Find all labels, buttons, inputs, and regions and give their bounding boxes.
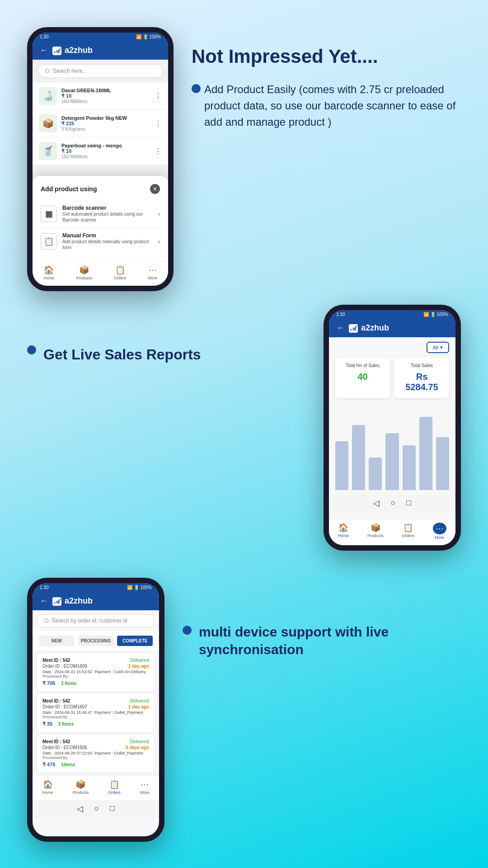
section-sales-reports: Get Live Sales Reports 1:30 📶 🔋 100% ← 𝒜… <box>0 309 488 569</box>
bullet-dot-2 <box>27 345 36 354</box>
nav-products-1[interactable]: 📦 Products <box>76 265 92 280</box>
app-header-2: ← 𝒜 a2zhub <box>329 319 455 337</box>
phone-mockup-2: 1:30 📶 🔋 100% ← 𝒜 a2zhub All ▾ <box>324 305 461 551</box>
search-bar-3[interactable]: Search by order id, customer id <box>37 614 155 627</box>
modal-header: Add product using ✕ <box>41 184 160 194</box>
main-headline: Not Impressed Yet.... <box>192 45 461 68</box>
nav-home-2[interactable]: 🏠 Home <box>338 523 349 540</box>
logo-icon-2: 𝒜 <box>349 324 358 333</box>
stat-value-amount: Rs 5284.75 <box>400 372 444 392</box>
app-logo-3: 𝒜 a2zhub <box>52 596 93 606</box>
order-row1-2: Meet ID : 542 Delivered <box>42 739 149 744</box>
products-icon-2: 📦 <box>371 523 380 533</box>
phone-navbar-3: ◁ ○ □ <box>33 800 159 817</box>
chart-bar-2 <box>352 425 365 490</box>
feature-text-1: Add Product Easily (comes with 2.75 cr p… <box>204 81 461 130</box>
nav-recents-btn-2: □ <box>406 498 411 508</box>
nav-home-1[interactable]: 🏠 Home <box>43 265 54 280</box>
stat-value-count: 40 <box>341 372 385 382</box>
filter-bar: All ▾ <box>329 337 455 358</box>
chart-bar-3 <box>369 458 382 490</box>
barcode-icon: ▦ <box>41 206 57 222</box>
tab-processing[interactable]: PROCESSING <box>78 636 114 646</box>
nav-more-1[interactable]: ⋯ More <box>148 265 157 280</box>
chevron-right-icon-0: › <box>158 210 160 217</box>
add-product-modal: Add product using ✕ ▦ Barcode scanner Ge… <box>33 176 168 263</box>
section-add-product: 1:30 📶 🔋 100% ← 𝒜 a2zhub Search here... <box>0 0 488 309</box>
phone-mockup-1: 1:30 📶 🔋 100% ← 𝒜 a2zhub Search here... <box>27 27 174 291</box>
bottom-nav-1: 🏠 Home 📦 Products 📋 Orders ⋯ More <box>33 261 168 286</box>
tab-complete[interactable]: COMPLETE <box>117 636 153 646</box>
modal-item-manual[interactable]: 📋 Manual Form Add product details manual… <box>41 228 160 255</box>
app-logo-1: 𝒜 a2zhub <box>52 46 93 55</box>
product-item-1[interactable]: 📦 Detergent Powder 5kg NEW ₹ 225 5 Kilog… <box>33 110 168 137</box>
order-row2-2: Order ID : ECOM1606 5 days ago <box>42 745 149 750</box>
bottom-nav-3: 🏠 Home 📦 Products 📋 Orders ⋯ More <box>33 775 159 800</box>
phone-screen-1: 1:30 📶 🔋 100% ← 𝒜 a2zhub Search here... <box>33 33 168 286</box>
chart-bar-1 <box>335 441 348 490</box>
nav-products-3[interactable]: 📦 Products <box>73 779 89 795</box>
nav-products-2[interactable]: 📦 Products <box>367 523 384 540</box>
right-content-top: Not Impressed Yet.... Add Product Easily… <box>192 27 461 130</box>
status-bar-2: 1:30 📶 🔋 100% <box>329 310 455 319</box>
dots-icon-0[interactable]: ⋮ <box>155 92 162 100</box>
status-bar-3: 1:30 📶 🔋 100% <box>33 583 159 592</box>
order-row1-1: Meet ID : 542 Delivered <box>42 698 149 703</box>
orders-icon-2: 📋 <box>403 523 413 533</box>
product-item-2[interactable]: 🥤 Paperboat swing - mengo ₹ 10 150 Milli… <box>33 137 168 165</box>
chevron-down-icon: ▾ <box>440 344 443 350</box>
section-orders: 1:30 📶 🔋 100% ← 𝒜 a2zhub Search by order… <box>0 569 488 868</box>
product-info-1: Detergent Powder 5kg NEW ₹ 225 5 Kilogra… <box>61 115 155 132</box>
right-content-bottom: multi device support with live synchroni… <box>183 578 461 658</box>
home-icon-2: 🏠 <box>338 523 348 533</box>
form-icon: 📋 <box>41 233 57 250</box>
back-arrow-icon-3[interactable]: ← <box>40 596 48 606</box>
order-card-2[interactable]: Meet ID : 542 Delivered Order ID : ECOM1… <box>37 735 155 773</box>
order-row2-1: Order ID : ECOM1607 1 day ago <box>42 704 149 709</box>
search-icon-3 <box>44 618 49 623</box>
modal-item-barcode[interactable]: ▦ Barcode scanner Get automated product … <box>41 200 160 228</box>
app-header-1: ← 𝒜 a2zhub <box>33 41 168 60</box>
dots-icon-1[interactable]: ⋮ <box>155 119 162 128</box>
stats-row: Total No of Sales 40 Total Sales Rs 5284… <box>329 358 455 404</box>
bottom-nav-2: 🏠 Home 📦 Products 📋 Orders ⋯ More <box>329 519 455 545</box>
svg-point-2 <box>45 619 48 623</box>
nav-more-3[interactable]: ⋯ More <box>140 779 150 795</box>
filter-all-button[interactable]: All ▾ <box>427 342 449 353</box>
orders-icon-3: 📋 <box>109 779 119 789</box>
orders-icon: 📋 <box>115 265 125 275</box>
back-arrow-icon-2[interactable]: ← <box>336 323 344 333</box>
search-bar-1[interactable]: Search here... <box>38 64 163 78</box>
modal-item-text-barcode: Barcode scanner Get automated product de… <box>62 205 158 223</box>
product-info-0: Davat GREEN-160ML ₹ 10 160 Millilitres <box>61 88 155 104</box>
bullet-dot-3 <box>183 626 192 635</box>
svg-line-3 <box>47 622 48 623</box>
dots-icon-2[interactable]: ⋮ <box>155 147 162 156</box>
order-card-1[interactable]: Meet ID : 542 Delivered Order ID : ECOM1… <box>37 694 155 732</box>
nav-home-3[interactable]: 🏠 Home <box>42 779 53 795</box>
svg-point-0 <box>46 69 49 73</box>
chart-bar-4 <box>385 433 399 490</box>
tab-new[interactable]: NEW <box>39 636 75 646</box>
order-card-0[interactable]: Meet ID : 542 Delivered Order ID : ECOM1… <box>37 653 155 691</box>
order-row1-0: Meet ID : 542 Delivered <box>42 658 149 663</box>
nav-orders-3[interactable]: 📋 Orders <box>108 779 121 795</box>
chart-bar-7 <box>436 437 449 490</box>
back-arrow-icon[interactable]: ← <box>40 46 48 55</box>
product-item-0[interactable]: 🍶 Davat GREEN-160ML ₹ 10 160 Millilitres… <box>33 82 168 110</box>
product-info-2: Paperboat swing - mengo ₹ 10 150 Millili… <box>61 143 155 159</box>
phone-screen-3: 1:30 📶 🔋 100% ← 𝒜 a2zhub Search by order… <box>33 583 159 836</box>
home-icon-3: 🏠 <box>43 779 53 789</box>
nav-back-btn-3: ◁ <box>77 804 83 814</box>
stat-card-total-sales: Total No of Sales 40 <box>335 358 390 398</box>
stat-card-total-amount: Total Sales Rs 5284.75 <box>394 358 449 398</box>
time-1: 1:30 <box>40 34 48 39</box>
nav-orders-1[interactable]: 📋 Orders <box>114 265 127 280</box>
modal-close-button[interactable]: ✕ <box>150 184 160 194</box>
product-img-1: 📦 <box>39 114 57 132</box>
app-logo-2: 𝒜 a2zhub <box>349 323 389 333</box>
nav-orders-2[interactable]: 📋 Orders <box>402 523 414 540</box>
logo-icon-1: 𝒜 <box>52 47 61 55</box>
nav-more-2[interactable]: ⋯ More <box>433 523 446 540</box>
nav-home-btn-3: ○ <box>94 804 99 814</box>
